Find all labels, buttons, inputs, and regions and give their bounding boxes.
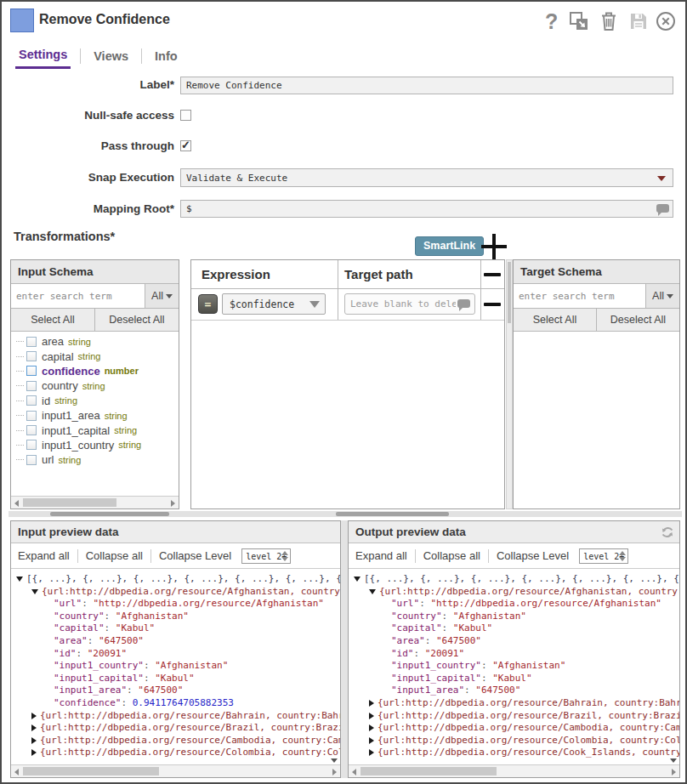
export-icon[interactable] <box>568 10 590 32</box>
preview-splitter[interactable] <box>341 520 348 778</box>
scroll-right-icon[interactable] <box>332 769 337 775</box>
schema-item-checkbox[interactable] <box>26 337 37 347</box>
scroll-right-icon[interactable] <box>672 769 676 775</box>
refresh-icon[interactable] <box>661 525 674 538</box>
null-safe-checkbox[interactable] <box>180 110 191 121</box>
target-path-input[interactable]: Leave blank to delete <box>344 293 475 315</box>
expand-toggle-icon[interactable] <box>369 749 374 756</box>
tab-settings[interactable]: Settings <box>15 46 71 69</box>
expand-toggle-icon[interactable] <box>31 724 37 731</box>
select-all-button[interactable]: Select All <box>514 309 597 331</box>
scroll-left-icon[interactable] <box>352 769 356 775</box>
scroll-down-icon[interactable] <box>331 758 338 763</box>
level-spinner[interactable]: level 2+ <box>241 548 291 564</box>
collapse-level-button[interactable]: Collapse Level <box>159 549 231 562</box>
horizontal-scrollbar[interactable] <box>11 496 179 508</box>
input-schema-search-input[interactable] <box>11 284 145 308</box>
schema-item-checkbox[interactable] <box>26 381 37 391</box>
snap-settings-dialog: Remove Confidence ? Settings Views Info … <box>0 0 687 784</box>
vertical-scrollbar[interactable] <box>506 259 513 509</box>
schema-item-checkbox[interactable] <box>26 440 37 450</box>
expand-toggle-icon[interactable] <box>369 700 374 707</box>
horizontal-splitter[interactable] <box>9 511 682 517</box>
scrollbar-thumb[interactable] <box>23 767 159 775</box>
scrollbar-thumb[interactable] <box>361 767 497 775</box>
json-value: "Afghanistan" <box>116 611 189 622</box>
pass-through-checkbox[interactable] <box>180 140 191 151</box>
spinner-up-icon[interactable] <box>281 551 288 555</box>
expression-dropdown[interactable]: $confidence <box>222 293 326 315</box>
expand-toggle-icon[interactable] <box>31 737 37 744</box>
equals-operator-button[interactable]: = <box>198 294 218 314</box>
collapse-all-button[interactable]: Collapse all <box>86 549 143 562</box>
json-value: "Afghanistan" <box>492 660 565 671</box>
schema-item-checkbox[interactable] <box>26 411 37 421</box>
tab-info[interactable]: Info <box>151 48 181 68</box>
tab-views[interactable]: Views <box>90 48 132 68</box>
json-key: "input1_country" <box>54 660 144 671</box>
close-icon[interactable] <box>655 10 677 32</box>
target-schema-tree <box>514 330 679 497</box>
snap-type-icon <box>10 9 34 32</box>
target-schema-search-input[interactable] <box>514 284 646 308</box>
deselect-all-button[interactable]: Deselect All <box>95 309 179 331</box>
collapse-toggle-icon[interactable] <box>31 589 38 594</box>
help-icon[interactable]: ? <box>539 10 561 32</box>
mapping-root-input[interactable] <box>180 200 673 218</box>
expand-all-button[interactable]: Expand all <box>18 549 70 562</box>
level-spinner[interactable]: level 2+ <box>579 548 628 564</box>
schema-item-name: capital <box>42 350 74 363</box>
collapse-toggle-icon[interactable] <box>16 577 23 582</box>
spinner-down-icon[interactable] <box>281 557 288 561</box>
comment-bubble-icon[interactable] <box>457 299 470 308</box>
schema-item-checkbox[interactable] <box>26 351 37 361</box>
label-input[interactable] <box>180 77 673 94</box>
horizontal-scrollbar[interactable] <box>349 764 679 777</box>
schema-item-checkbox[interactable] <box>26 425 37 435</box>
smartlink-button[interactable]: SmartLink <box>415 236 484 256</box>
target-schema-filter-dropdown[interactable]: All <box>646 284 679 308</box>
tab-bar: Settings Views Info <box>15 46 181 69</box>
schema-item-input1_country: input1_countrystring <box>11 438 179 452</box>
spinner-down-icon[interactable] <box>619 557 626 561</box>
json-colon: : <box>425 635 436 646</box>
deselect-all-button[interactable]: Deselect All <box>597 309 679 331</box>
scroll-right-icon[interactable] <box>171 500 175 507</box>
expand-toggle-icon[interactable] <box>369 724 374 731</box>
horizontal-scrollbar[interactable] <box>11 764 340 777</box>
scroll-down-icon[interactable] <box>670 758 677 763</box>
trash-icon[interactable] <box>598 10 620 32</box>
splitter-handle[interactable] <box>336 512 449 516</box>
scroll-left-icon[interactable] <box>14 769 19 775</box>
spinner-up-icon[interactable] <box>619 551 626 555</box>
input-schema-filter-dropdown[interactable]: All <box>145 284 179 308</box>
expand-toggle-icon[interactable] <box>369 737 374 744</box>
expand-toggle-icon[interactable] <box>369 713 374 719</box>
tab-separator <box>80 48 81 64</box>
expand-all-button[interactable]: Expand all <box>355 549 407 562</box>
schema-item-name: input1_capital <box>42 424 110 437</box>
tree-guide <box>16 385 24 386</box>
remove-row-button[interactable] <box>484 303 501 306</box>
schema-item-checkbox[interactable] <box>26 395 37 406</box>
scrollbar-thumb[interactable] <box>508 262 511 323</box>
add-row-plus-icon[interactable] <box>481 233 507 260</box>
expand-toggle-icon[interactable] <box>31 749 37 756</box>
snap-execution-select[interactable]: Validate & Execute <box>180 168 673 187</box>
scroll-left-icon[interactable] <box>14 500 19 507</box>
expand-toggle-icon[interactable] <box>31 713 37 719</box>
collapse-toggle-icon[interactable] <box>354 577 361 582</box>
collapse-toggle-icon[interactable] <box>369 589 376 594</box>
level-value: level 2+ <box>246 552 287 561</box>
collapse-level-button[interactable]: Collapse Level <box>497 549 569 562</box>
splitter-handle[interactable] <box>50 512 169 516</box>
json-key: "url" <box>391 598 419 609</box>
scrollbar-thumb[interactable] <box>23 498 116 507</box>
remove-row-button[interactable] <box>484 273 501 276</box>
collapse-all-button[interactable]: Collapse all <box>423 549 480 562</box>
select-all-button[interactable]: Select All <box>11 309 95 331</box>
schema-item-checkbox[interactable] <box>26 455 37 465</box>
json-value: "Kabul" <box>155 673 194 684</box>
comment-bubble-icon[interactable] <box>656 204 669 213</box>
schema-item-checkbox[interactable] <box>26 366 37 376</box>
